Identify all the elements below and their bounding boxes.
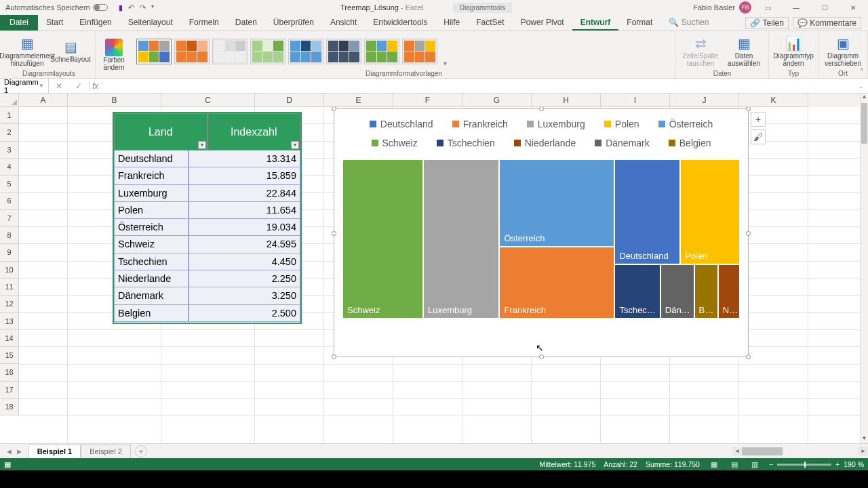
chart-style-8[interactable] bbox=[402, 39, 437, 64]
tab-insert[interactable]: Einfügen bbox=[71, 15, 119, 30]
legend-item[interactable]: Luxemburg bbox=[527, 119, 585, 129]
move-chart-button[interactable]: ▣Diagramm verschieben bbox=[823, 33, 863, 70]
col-header[interactable]: J bbox=[670, 94, 739, 107]
chart-legend[interactable]: DeutschlandFrankreichLuxemburgPolenÖster… bbox=[334, 109, 748, 154]
tab-design[interactable]: Entwurf bbox=[572, 15, 619, 30]
tab-file[interactable]: Datei bbox=[0, 15, 38, 30]
avatar[interactable]: FB bbox=[739, 1, 751, 14]
table-row[interactable]: Polen11.654 bbox=[114, 202, 300, 219]
row-header[interactable]: 4 bbox=[0, 159, 19, 176]
resize-handle[interactable] bbox=[746, 354, 751, 359]
col-header[interactable]: F bbox=[393, 94, 462, 107]
table-row[interactable]: Schweiz24.595 bbox=[114, 236, 300, 253]
col-header[interactable]: G bbox=[462, 94, 532, 107]
chart-elements-button[interactable]: + bbox=[751, 112, 766, 127]
row-header[interactable]: 14 bbox=[0, 330, 19, 347]
resize-handle[interactable] bbox=[539, 354, 544, 359]
add-chart-element-button[interactable]: ▦Diagrammelement hinzufügen bbox=[7, 33, 47, 70]
table-row[interactable]: Luxemburg22.844 bbox=[114, 185, 300, 202]
filter-button-index[interactable]: ▾ bbox=[291, 141, 299, 149]
collapse-ribbon-icon[interactable]: ˄ bbox=[860, 68, 864, 77]
fx-icon[interactable]: fx bbox=[90, 81, 101, 91]
tab-developer[interactable]: Entwicklertools bbox=[365, 15, 435, 30]
close-button[interactable]: ✕ bbox=[841, 0, 865, 15]
view-pagelayout-icon[interactable]: ▤ bbox=[728, 460, 741, 468]
row-header[interactable]: 8 bbox=[0, 227, 19, 244]
treemap-tile[interactable]: Frankreich bbox=[499, 247, 614, 319]
name-box[interactable]: Diagramm 1▼ bbox=[0, 78, 49, 94]
tab-pagelayout[interactable]: Seitenlayout bbox=[120, 15, 181, 30]
legend-item[interactable]: Tschechien bbox=[437, 138, 495, 148]
undo-icon[interactable]: ↶ bbox=[128, 3, 134, 12]
row-header[interactable]: 6 bbox=[0, 192, 19, 209]
row-header[interactable]: 7 bbox=[0, 210, 19, 227]
chart-style-4[interactable] bbox=[250, 39, 285, 64]
table-row[interactable]: Österreich19.034 bbox=[114, 219, 300, 236]
quick-layout-button[interactable]: ▤Schnelllayout bbox=[50, 33, 91, 70]
treemap-tile[interactable]: Österreich bbox=[499, 159, 614, 247]
resize-handle[interactable] bbox=[332, 354, 336, 359]
col-header[interactable]: K bbox=[739, 94, 808, 107]
tab-start[interactable]: Start bbox=[38, 15, 71, 30]
table-row[interactable]: Tschechien4.450 bbox=[114, 253, 300, 270]
view-normal-icon[interactable]: ▦ bbox=[708, 460, 720, 468]
row-header[interactable]: 3 bbox=[0, 142, 19, 159]
treemap-tile[interactable]: Dän… bbox=[660, 264, 694, 319]
select-all-button[interactable] bbox=[0, 94, 19, 107]
row-header[interactable]: 1 bbox=[0, 107, 19, 124]
row-header[interactable]: 11 bbox=[0, 279, 19, 296]
treemap-tile[interactable]: Deutschland bbox=[614, 159, 680, 264]
chart-styles-button[interactable]: 🖌 bbox=[751, 129, 766, 144]
treemap-tile[interactable]: Luxemburg bbox=[423, 159, 500, 319]
resize-handle[interactable] bbox=[746, 106, 751, 111]
zoom-control[interactable]: −+ 190 % bbox=[769, 460, 864, 468]
add-sheet-button[interactable]: + bbox=[135, 445, 147, 458]
vertical-scrollbar[interactable]: ▲▼ bbox=[860, 94, 868, 443]
sheet-nav-next[interactable]: ► bbox=[16, 447, 23, 455]
sheet-nav-prev[interactable]: ◄ bbox=[5, 447, 13, 455]
chart-style-2[interactable] bbox=[174, 39, 210, 64]
treemap-tile[interactable]: B… bbox=[694, 264, 718, 319]
row-header[interactable]: 17 bbox=[0, 382, 19, 399]
tab-format[interactable]: Format bbox=[618, 15, 660, 30]
tab-view[interactable]: Ansicht bbox=[322, 15, 365, 30]
col-header[interactable]: C bbox=[161, 94, 255, 107]
filter-button-land[interactable]: ▾ bbox=[198, 141, 206, 149]
treemap-tile[interactable]: Schweiz bbox=[342, 159, 423, 319]
view-pagebreak-icon[interactable]: ▥ bbox=[749, 460, 761, 468]
row-header[interactable]: 15 bbox=[0, 347, 19, 364]
expand-fx-icon[interactable]: ⌄ bbox=[854, 83, 868, 89]
resize-handle[interactable] bbox=[539, 106, 544, 111]
chart-style-1[interactable] bbox=[136, 39, 172, 64]
chart-style-6[interactable] bbox=[326, 39, 361, 64]
col-header[interactable]: I bbox=[601, 94, 670, 107]
tab-review[interactable]: Überprüfen bbox=[265, 15, 322, 30]
comments-button[interactable]: 💬 Kommentare bbox=[793, 17, 861, 29]
row-header[interactable]: 10 bbox=[0, 262, 19, 279]
chart-plot-area[interactable]: SchweizLuxemburgÖsterreichFrankreichDeut… bbox=[342, 159, 740, 319]
table-row[interactable]: Frankreich15.859 bbox=[114, 167, 300, 184]
tab-help[interactable]: Hilfe bbox=[435, 15, 468, 30]
minimize-button[interactable]: — bbox=[784, 0, 808, 15]
row-header[interactable]: 2 bbox=[0, 124, 19, 141]
horizontal-scrollbar[interactable]: ◄► bbox=[732, 447, 868, 456]
table-row[interactable]: Dänemark3.250 bbox=[114, 287, 300, 304]
more-styles-icon[interactable]: ▾ bbox=[440, 33, 450, 70]
sheet-tab-1[interactable]: Beispiel 1 bbox=[28, 445, 81, 458]
share-button[interactable]: 🔗 Teilen bbox=[745, 17, 788, 29]
chart-style-7[interactable] bbox=[364, 39, 399, 64]
legend-item[interactable]: Deutschland bbox=[370, 119, 433, 129]
maximize-button[interactable]: ☐ bbox=[812, 0, 837, 15]
sheet-tab-2[interactable]: Beispiel 2 bbox=[81, 445, 131, 458]
legend-item[interactable]: Polen bbox=[604, 119, 639, 129]
legend-item[interactable]: Österreich bbox=[658, 119, 713, 129]
col-header[interactable]: D bbox=[255, 94, 324, 107]
tab-formulas[interactable]: Formeln bbox=[181, 15, 227, 30]
row-header[interactable]: 9 bbox=[0, 244, 19, 261]
resize-handle[interactable] bbox=[332, 106, 336, 111]
redo-icon[interactable]: ↷ bbox=[140, 3, 146, 12]
legend-item[interactable]: Belgien bbox=[669, 138, 711, 148]
resize-handle[interactable] bbox=[746, 231, 751, 236]
treemap-tile[interactable]: Polen bbox=[680, 159, 740, 264]
col-header[interactable]: A bbox=[19, 94, 68, 107]
